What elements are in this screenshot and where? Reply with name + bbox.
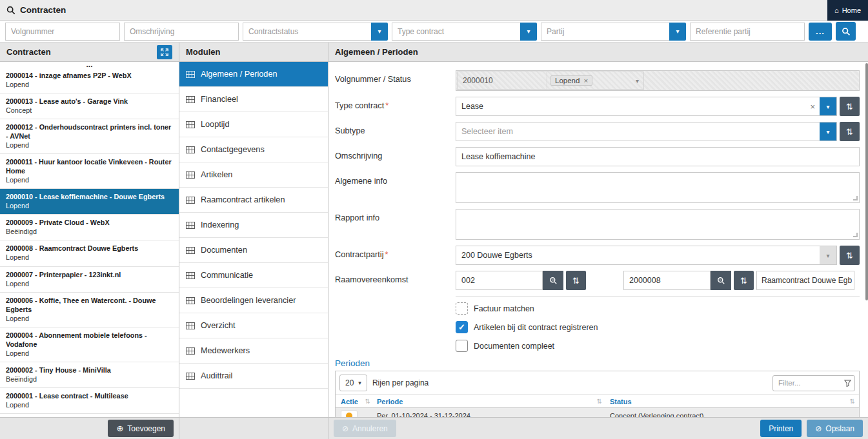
list-item[interactable]: 2000006 - Koffie, Thee en Watercont. - D…	[0, 293, 179, 327]
contract-status: Lopend	[6, 400, 173, 409]
module-item-documenten[interactable]: Documenten	[179, 238, 328, 263]
column-header-status[interactable]: Status ⇅	[606, 398, 859, 405]
checkbox-factuur-matchen[interactable]	[456, 302, 468, 315]
remove-tag-icon[interactable]: ×	[583, 77, 588, 84]
print-button[interactable]: Printen	[760, 420, 802, 437]
sync-icon: ⇅	[846, 102, 853, 112]
table-row[interactable]: Per. 01-10-2024 - 31-12-2024 Concept (Ve…	[336, 408, 859, 417]
contract-title: 2000010 - Lease koffiemachine - Douwe Eg…	[6, 192, 173, 201]
table-icon	[186, 247, 195, 254]
module-item-algemeen-perioden[interactable]: Algemeen / Perioden	[179, 62, 328, 87]
chevron-down-icon[interactable]: ▾	[669, 23, 686, 41]
checkbox-artikelen-registreren[interactable]: ✓	[456, 321, 468, 333]
module-item-raamcontract-artikelen[interactable]: Raamcontract artikelen	[179, 188, 328, 213]
list-item[interactable]: 2000008 - Raamcontract Douwe Egberts Lop…	[0, 240, 179, 266]
chevron-down-icon: ▾	[820, 246, 836, 264]
column-header-periode[interactable]: Periode ⇅	[373, 398, 606, 405]
sort-icon: ⇅	[597, 398, 602, 405]
omschrijving-field[interactable]	[456, 147, 860, 166]
sync-button[interactable]: ⇅	[734, 271, 754, 290]
lookup-zoom-icon[interactable]	[711, 271, 731, 290]
contract-status: Lopend	[6, 201, 173, 210]
filter-input[interactable]	[772, 375, 855, 391]
rapport-info-field[interactable]	[456, 209, 860, 240]
clear-icon[interactable]: ×	[805, 97, 820, 115]
subtype-placeholder: Selecteer item	[456, 122, 820, 141]
topbar: Contracten ⌂ Home	[0, 0, 868, 21]
table-icon	[186, 222, 195, 229]
module-item-overzicht[interactable]: Overzicht	[179, 313, 328, 338]
blocked-icon: ⊘	[815, 424, 822, 433]
sync-button[interactable]: ⇅	[840, 97, 860, 116]
list-item-selected[interactable]: 2000010 - Lease koffiemachine - Douwe Eg…	[0, 189, 179, 215]
module-item-medewerkers[interactable]: Medewerkers	[179, 338, 328, 364]
referentie-partij-filter-input[interactable]	[690, 23, 805, 41]
list-item[interactable]: 2000011 - Huur kantoor locatie Vinkeveen…	[0, 154, 179, 189]
warning-dot-button[interactable]	[341, 410, 358, 417]
sync-button[interactable]: ⇅	[840, 246, 860, 265]
module-item-indexering[interactable]: Indexering	[179, 213, 328, 238]
checkbox-documenten-compleet[interactable]	[456, 340, 468, 352]
partij-filter-value[interactable]	[541, 23, 669, 41]
cancel-button: ⊘ Annuleren	[334, 420, 396, 437]
contractstatus-filter-value[interactable]	[243, 23, 371, 41]
chevron-down-icon[interactable]: ▾	[520, 23, 537, 41]
load-more-indicator[interactable]: ...	[0, 62, 179, 68]
table-icon	[186, 297, 195, 304]
contract-status: Lopend	[6, 141, 173, 150]
sync-icon: ⇅	[572, 276, 580, 286]
contracts-list: ... 2000014 - inzage afnames P2P - WebX …	[0, 62, 179, 417]
contract-status: Beëindigd	[6, 375, 173, 384]
module-item-financieel[interactable]: Financieel	[179, 87, 328, 112]
volgnummer-filter-input[interactable]	[5, 23, 120, 41]
sync-button[interactable]: ⇅	[566, 271, 586, 290]
list-item[interactable]: 2000009 - Private Cloud - WebX Beëindigd	[0, 215, 179, 240]
subtype-select[interactable]: Selecteer item ▾	[456, 122, 837, 141]
list-item[interactable]: 2000001 - Lease contract - Multilease Lo…	[0, 388, 179, 414]
add-contract-button[interactable]: ⊕ Toevoegen	[108, 420, 174, 437]
resize-handle-icon[interactable]	[853, 233, 858, 237]
chevron-down-icon[interactable]: ▾	[820, 97, 836, 115]
more-filters-button[interactable]: ...	[809, 23, 832, 41]
omschrijving-filter-input[interactable]	[124, 23, 239, 41]
perioden-section: Perioden 20 ▾ Rijen per pagina	[335, 358, 860, 417]
type-contract-select[interactable]: Lease × ▾	[456, 97, 837, 116]
home-button[interactable]: ⌂ Home	[827, 0, 868, 21]
expand-icon[interactable]	[157, 45, 172, 59]
sync-button[interactable]: ⇅	[840, 122, 860, 141]
search-button[interactable]	[836, 22, 856, 41]
chevron-down-icon[interactable]: ▾	[636, 77, 640, 84]
contract-title: 2000006 - Koffie, Thee en Watercont. - D…	[6, 296, 173, 314]
page-size-label: Rijen per pagina	[372, 378, 429, 387]
page-size-select[interactable]: 20 ▾	[339, 375, 367, 391]
module-item-communicatie[interactable]: Communicatie	[179, 263, 328, 288]
module-item-looptijd[interactable]: Looptijd	[179, 112, 328, 137]
home-icon: ⌂	[834, 6, 839, 14]
chevron-down-icon[interactable]: ▾	[371, 23, 388, 41]
list-item[interactable]: 2000004 - Abonnement mobiele telefoons -…	[0, 327, 179, 362]
module-item-artikelen[interactable]: Artikelen	[179, 162, 328, 188]
chevron-down-icon: ▾	[358, 380, 361, 386]
type-contract-filter-select[interactable]: ▾	[392, 23, 537, 41]
chevron-down-icon[interactable]: ▾	[820, 122, 836, 141]
algemene-info-field[interactable]	[456, 172, 860, 203]
column-header-actie[interactable]: Actie ⇅	[336, 398, 373, 405]
module-item-audittrail[interactable]: Audittrail	[179, 364, 328, 389]
raam-nummer-field[interactable]	[623, 271, 711, 290]
raam-code-field[interactable]	[456, 271, 543, 290]
list-item[interactable]: 2000007 - Printerpapier - 123inkt.nl Lop…	[0, 267, 179, 293]
type-contract-filter-value[interactable]	[392, 23, 520, 41]
lookup-zoom-icon[interactable]	[543, 271, 563, 290]
list-item[interactable]: 2000012 - Onderhoudscontract printers in…	[0, 119, 179, 154]
list-item[interactable]: 2000002 - Tiny House - MiniVilla Beëindi…	[0, 362, 179, 388]
list-item[interactable]: 2000014 - inzage afnames P2P - WebX Lope…	[0, 68, 179, 93]
scrollbar[interactable]	[865, 63, 868, 300]
partij-filter-select[interactable]: ▾	[541, 23, 686, 41]
module-item-contactgegevens[interactable]: Contactgegevens	[179, 137, 328, 162]
resize-handle-icon[interactable]	[853, 196, 858, 200]
contractstatus-filter-select[interactable]: ▾	[243, 23, 388, 41]
list-item[interactable]: 2000013 - Lease auto's - Garage Vink Con…	[0, 93, 179, 119]
module-item-beoordelingen-leverancier[interactable]: Beoordelingen leverancier	[179, 288, 328, 313]
type-contract-value: Lease	[456, 97, 805, 115]
status-multiselect: Lopend × ▾	[547, 72, 644, 90]
